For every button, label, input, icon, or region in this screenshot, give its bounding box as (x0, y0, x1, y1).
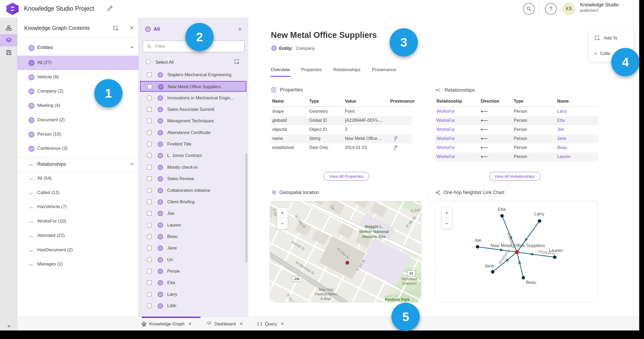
relationship-link[interactable]: WorksFor (437, 145, 455, 150)
item-checkbox[interactable] (147, 130, 152, 135)
geospatial-map[interactable]: + − k RdW Clay StSaN 3rd StMaggie L.Walk… (270, 201, 421, 302)
chart-zoom-out-button[interactable]: − (442, 218, 452, 229)
item-checkbox[interactable] (148, 84, 152, 89)
list-item[interactable]: Joe (140, 208, 246, 219)
list-item[interactable]: Collaboration initiative (140, 185, 246, 196)
list-item[interactable]: Managment Techniques (140, 116, 246, 126)
tab-query[interactable]: { } Query ✕ (257, 321, 284, 326)
center-node[interactable] (515, 250, 519, 254)
list-item[interactable]: Staplers Mechanical Engineering (140, 70, 246, 80)
rail-save-button[interactable] (0, 46, 17, 59)
related-name-link[interactable]: Beau (557, 145, 567, 150)
relationship-type-row[interactable]: →HasVehicle (7) (17, 200, 138, 214)
entities-section-header[interactable]: Entities (17, 41, 138, 55)
provenance-flag-icon[interactable] (394, 136, 398, 141)
help-button[interactable]: ? (545, 3, 557, 15)
list-item[interactable]: Lilith (140, 301, 246, 311)
related-name-link[interactable]: Joe (557, 127, 564, 132)
item-checkbox[interactable] (147, 176, 152, 181)
list-item[interactable]: Firebird Title (140, 139, 246, 150)
rail-expand-button[interactable]: » (0, 321, 17, 330)
user-avatar[interactable]: KS (563, 2, 575, 15)
list-item[interactable]: Larry (140, 289, 246, 300)
list-item[interactable]: Lauren (140, 220, 246, 231)
tab-dashboard[interactable]: Dashboard ✕ (206, 321, 243, 327)
provenance-flag-icon[interactable] (394, 145, 398, 150)
graph-node[interactable] (522, 276, 525, 280)
entity-type-row[interactable]: All (27) (17, 56, 138, 70)
close-tab-icon[interactable]: ✕ (239, 321, 243, 326)
item-checkbox[interactable] (147, 119, 152, 123)
related-name-link[interactable]: Larry (557, 109, 567, 114)
add-to-map-icon[interactable] (113, 25, 119, 31)
chart-zoom-in-button[interactable]: + (442, 208, 452, 218)
map-zoom-in-button[interactable]: + (277, 208, 288, 218)
collapse-panel-icon[interactable]: « (238, 26, 242, 33)
rail-layers-button[interactable] (0, 34, 17, 46)
relationship-link[interactable]: WorksFor (437, 109, 455, 114)
map-zoom-out-button[interactable]: − (277, 218, 288, 229)
tab-knowledge-graph[interactable]: Knowledge Graph ✕ (141, 321, 192, 327)
entity-type-row[interactable]: Conference (3) (17, 142, 138, 156)
list-item[interactable]: Attendance Certificate (140, 127, 246, 138)
list-item[interactable]: Innovations in Mechanical Engin... (140, 93, 246, 103)
graph-node[interactable] (476, 245, 479, 249)
close-panel-icon[interactable] (129, 25, 136, 31)
relationship-type-row[interactable]: →WorksFor (10) (17, 214, 138, 229)
item-checkbox[interactable] (147, 223, 152, 227)
item-checkbox[interactable] (147, 188, 152, 193)
list-item[interactable]: L. Jones Contract (140, 150, 246, 161)
list-item[interactable]: Client Briefing (140, 197, 246, 207)
item-checkbox[interactable] (147, 280, 152, 285)
item-checkbox[interactable] (147, 292, 152, 297)
link-chart[interactable]: + − WorksForWorksForWorksForNew Metal Of… (434, 201, 598, 302)
item-checkbox[interactable] (147, 257, 152, 262)
item-checkbox[interactable] (147, 246, 152, 250)
list-item[interactable]: Persie (140, 266, 246, 277)
search-button[interactable] (523, 3, 535, 15)
related-name-link[interactable]: Jane (557, 136, 566, 141)
add-to-map-icon[interactable] (234, 59, 240, 64)
item-checkbox[interactable] (147, 107, 152, 112)
add-to-menu-item[interactable]: Add To (589, 32, 634, 44)
view-all-properties-button[interactable]: View All Properties (324, 172, 369, 181)
select-all-checkbox[interactable] (146, 59, 150, 64)
graph-node[interactable] (500, 214, 504, 218)
relationship-link[interactable]: WorksFor (437, 154, 455, 159)
rail-data-model-button[interactable] (0, 22, 17, 34)
relationship-type-row[interactable]: →Manages (1) (17, 257, 138, 272)
list-item[interactable]: Montly check-in (140, 162, 246, 173)
list-item[interactable]: Sales Associate Summit (140, 104, 246, 115)
view-all-relationships-button[interactable]: View All Relationships (489, 172, 540, 181)
relationship-type-row[interactable]: →Attended (22) (17, 229, 138, 243)
item-checkbox[interactable] (147, 96, 152, 100)
list-scrollbar-thumb[interactable] (245, 153, 247, 263)
close-tab-icon[interactable]: ✕ (188, 321, 192, 326)
entity-type-row[interactable]: Person (10) (17, 127, 138, 142)
list-item[interactable]: New Metal Office Suppliers (140, 81, 246, 92)
entity-type-row[interactable]: Vehicle (6) (17, 70, 138, 84)
relationship-link[interactable]: WorksFor (437, 127, 455, 132)
list-item[interactable]: Jane (140, 243, 246, 253)
graph-node[interactable] (491, 270, 495, 274)
close-tab-icon[interactable]: ✕ (281, 321, 284, 326)
tab-properties[interactable]: Properties (301, 67, 322, 77)
list-item[interactable]: Uri (140, 255, 246, 265)
relationships-section-header[interactable]: → Relationships (17, 158, 138, 171)
item-checkbox[interactable] (147, 142, 152, 146)
item-checkbox[interactable] (147, 200, 152, 204)
entity-type-row[interactable]: Document (2) (17, 113, 138, 127)
item-checkbox[interactable] (147, 234, 152, 239)
knowledge-studio-logo-icon[interactable] (6, 3, 19, 15)
item-checkbox[interactable] (147, 304, 152, 308)
list-item[interactable]: Beau (140, 231, 246, 242)
related-name-link[interactable]: Lauren (557, 154, 570, 159)
relationship-link[interactable]: WorksFor (437, 118, 455, 123)
tab-overview[interactable]: Overview (271, 67, 290, 77)
tab-provenance[interactable]: Provenance (372, 67, 396, 77)
related-name-link[interactable]: Etta (557, 118, 565, 123)
item-checkbox[interactable] (147, 153, 152, 158)
relationship-type-row[interactable]: →HasDocument (2) (17, 243, 138, 257)
item-checkbox[interactable] (147, 211, 152, 216)
list-item[interactable]: Etta (140, 277, 246, 288)
